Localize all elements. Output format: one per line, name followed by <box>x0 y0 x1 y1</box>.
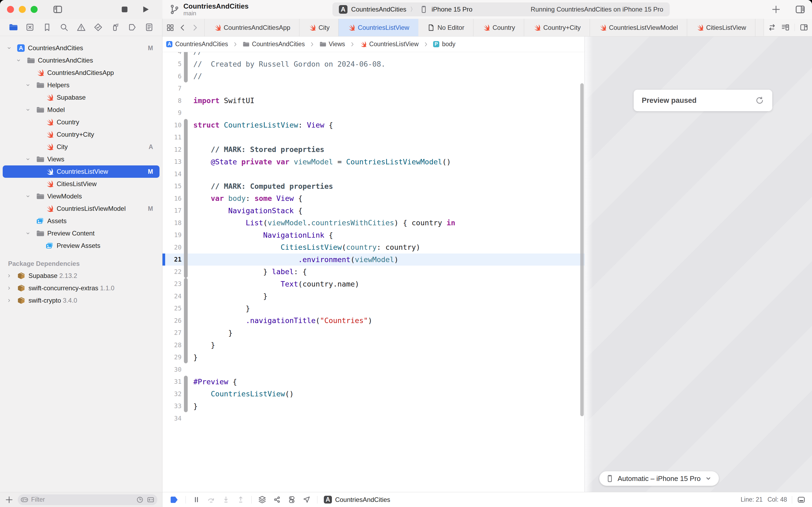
chevron-down-icon[interactable] <box>4 45 14 51</box>
recent-files-icon[interactable] <box>136 496 144 504</box>
sidebar-item-countrieslistviewmodel[interactable]: CountriesListViewModelM <box>3 203 160 215</box>
step-over-icon[interactable] <box>207 496 215 504</box>
code-line-13[interactable]: 13 @State private var viewModel = Countr… <box>163 156 585 168</box>
line-number[interactable]: 32 <box>163 390 181 397</box>
code-line-10[interactable]: 10struct CountriesListView: View { <box>163 119 585 131</box>
related-items-icon[interactable] <box>166 23 174 32</box>
line-number[interactable]: 6 <box>163 73 181 80</box>
stop-button[interactable] <box>120 5 129 14</box>
line-number[interactable]: 24 <box>163 293 181 300</box>
line-number[interactable]: 23 <box>163 280 181 287</box>
pause-icon[interactable] <box>192 496 200 504</box>
sidebar-item-countriesandcities[interactable]: CountriesAndCities <box>3 54 160 67</box>
tab-no-editor[interactable]: No Editor <box>418 19 473 36</box>
code-line-8[interactable]: 8import SwiftUI <box>163 95 585 107</box>
line-number[interactable]: 4 <box>163 52 181 55</box>
navigator-debug-icon[interactable] <box>111 23 119 32</box>
code-line-16[interactable]: 16 var body: some View { <box>163 192 585 205</box>
chevron-down-icon[interactable] <box>23 82 33 88</box>
sidebar-item-country[interactable]: Country <box>3 116 160 128</box>
sidebar-item-preview-assets[interactable]: Preview Assets <box>3 239 160 252</box>
code-line-15[interactable]: 15 // MARK: Computed properties <box>163 180 585 192</box>
sidebar-item-model[interactable]: Model <box>3 104 160 116</box>
code-line-23[interactable]: 23 Text(country.name) <box>163 278 585 290</box>
sidebar-item-preview-content[interactable]: Preview Content <box>3 227 160 239</box>
editor-scrollbar[interactable] <box>580 83 584 416</box>
navigator-breakpoint-tag-icon[interactable] <box>128 23 137 32</box>
line-number[interactable]: 19 <box>163 231 181 238</box>
navigator-source-control-icon[interactable] <box>25 23 35 32</box>
navigator-bookmark-icon[interactable] <box>43 23 52 32</box>
line-number[interactable]: 34 <box>163 415 181 422</box>
line-number[interactable]: 14 <box>163 171 181 177</box>
line-number[interactable]: 11 <box>163 134 181 141</box>
line-number[interactable]: 18 <box>163 219 181 226</box>
code-line-9[interactable]: 9 <box>163 107 585 119</box>
toggles-icon[interactable] <box>288 496 296 504</box>
tab-city[interactable]: City <box>299 19 339 36</box>
memgraph-icon[interactable] <box>273 496 281 504</box>
tab-countriesandcitiesapp[interactable]: CountriesAndCitiesApp <box>205 19 299 36</box>
line-number[interactable]: 10 <box>163 122 181 129</box>
package-item-swift-concurrency-extras[interactable]: swift-concurrency-extras 1.1.0 <box>3 282 160 294</box>
line-number[interactable]: 7 <box>163 85 181 92</box>
minimize-button[interactable] <box>19 6 26 13</box>
code-line-33[interactable]: 33} <box>163 400 585 412</box>
chevron-down-icon[interactable] <box>23 157 33 162</box>
breakpoint-fill-icon[interactable] <box>169 495 179 505</box>
line-number[interactable]: 29 <box>163 354 181 361</box>
step-in-icon[interactable] <box>222 496 230 504</box>
layers-icon[interactable] <box>258 496 267 504</box>
line-number[interactable]: 5 <box>163 60 181 67</box>
filter-menu-icon[interactable] <box>20 496 28 504</box>
code-line-28[interactable]: 28 } <box>163 339 585 351</box>
code-line-17[interactable]: 17 NavigationStack { <box>163 205 585 217</box>
line-number[interactable]: 33 <box>163 402 181 409</box>
step-out-icon[interactable] <box>237 496 245 504</box>
debug-area-toggle-icon[interactable] <box>797 496 806 504</box>
line-number[interactable]: 27 <box>163 329 181 336</box>
sidebar-item-countrieslistview[interactable]: CountriesListViewM <box>3 165 160 178</box>
code-line-26[interactable]: 26 .navigationTitle("Countries") <box>163 315 585 327</box>
line-number[interactable]: 9 <box>163 109 181 116</box>
breadcrumb-item-body[interactable]: Pbody <box>433 41 455 48</box>
sidebar-item-city[interactable]: CityA <box>3 141 160 153</box>
chevron-down-icon[interactable] <box>23 193 33 199</box>
breadcrumb-item-countriesandcities[interactable]: ACountriesAndCities <box>166 41 228 48</box>
inspector-toggle-icon[interactable] <box>795 4 806 15</box>
zoom-button[interactable] <box>31 6 38 13</box>
code-line-22[interactable]: 22 } label: { <box>163 266 585 278</box>
line-number[interactable]: 25 <box>163 305 181 312</box>
tab-countrieslistview[interactable]: CountriesListView <box>339 19 418 36</box>
navigator-test-icon[interactable] <box>94 23 103 32</box>
line-number[interactable]: 22 <box>163 268 181 275</box>
sidebar-item-citieslistview[interactable]: CitiesListView <box>3 178 160 190</box>
code-line-25[interactable]: 25 } <box>163 302 585 315</box>
code-line-6[interactable]: 6// <box>163 70 585 82</box>
sidebar-item-supabase[interactable]: Supabase <box>3 91 160 104</box>
chevron-right-icon[interactable] <box>4 298 14 303</box>
line-number[interactable]: 20 <box>163 244 181 251</box>
chevron-down-icon[interactable] <box>23 107 33 113</box>
sidebar-item-country-city[interactable]: Country+City <box>3 128 160 141</box>
sidebar-item-viewmodels[interactable]: ViewModels <box>3 190 160 203</box>
code-line-4[interactable]: 4// <box>163 52 585 58</box>
code-line-32[interactable]: 32 CountriesListView() <box>163 388 585 400</box>
line-number[interactable]: 13 <box>163 158 181 165</box>
code-line-7[interactable]: 7 <box>163 82 585 95</box>
line-number[interactable]: 16 <box>163 195 181 202</box>
chevron-right-icon[interactable] <box>4 273 14 278</box>
chevron-down-icon[interactable] <box>23 231 33 236</box>
back-button[interactable] <box>179 23 187 32</box>
tab-countrieslistviewmodel[interactable]: CountriesListViewModel <box>590 19 687 36</box>
code-line-34[interactable]: 34 <box>163 412 585 425</box>
line-number[interactable]: 12 <box>163 146 181 153</box>
sidebar-item-views[interactable]: Views <box>3 153 160 165</box>
editor-options-icon[interactable] <box>781 23 790 32</box>
chevron-down-icon[interactable] <box>14 58 23 63</box>
location-icon[interactable] <box>302 496 311 504</box>
sidebar-item-countriesandcities[interactable]: ACountriesAndCitiesM <box>3 42 160 54</box>
close-button[interactable] <box>7 6 14 13</box>
tab-country-city[interactable]: Country+City <box>524 19 590 36</box>
running-app[interactable]: A CountriesAndCities <box>324 496 390 504</box>
